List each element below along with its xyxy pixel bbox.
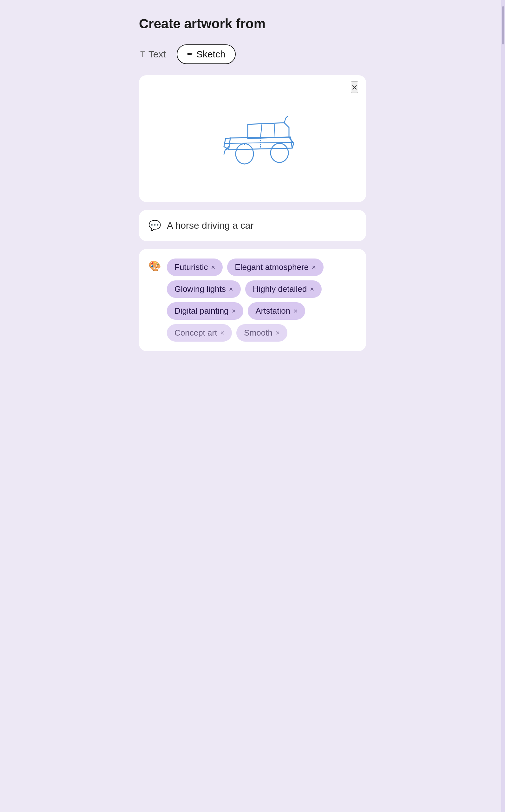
tag-artstation-close[interactable]: × — [294, 307, 298, 315]
svg-line-0 — [261, 124, 262, 138]
tag-futuristic-label: Futuristic — [174, 262, 208, 272]
styles-card: 🎨 Futuristic × Elegant atmosphere × Glow… — [139, 249, 366, 351]
description-text: A horse driving a car — [167, 220, 254, 231]
svg-point-3 — [271, 143, 288, 162]
tags-container: Futuristic × Elegant atmosphere × Glowin… — [167, 258, 357, 342]
sketch-icon: ✒ — [187, 50, 193, 59]
svg-line-4 — [225, 143, 293, 143]
tab-row: T Text ✒ Sketch — [139, 44, 366, 64]
tab-sketch[interactable]: ✒ Sketch — [177, 44, 236, 64]
palette-icon: 🎨 — [148, 260, 161, 272]
tag-elegant-atmosphere[interactable]: Elegant atmosphere × — [227, 258, 324, 276]
tag-highly-detailed[interactable]: Highly detailed × — [245, 280, 322, 298]
tag-digital-label: Digital painting — [174, 306, 229, 316]
tag-artstation-label: Artstation — [256, 306, 290, 316]
tag-highly-label: Highly detailed — [253, 284, 307, 294]
text-icon: T — [140, 49, 145, 59]
styles-header: 🎨 Futuristic × Elegant atmosphere × Glow… — [148, 258, 357, 342]
tag-smooth-label: Smooth — [244, 328, 273, 338]
close-sketch-button[interactable]: × — [351, 81, 358, 93]
tag-futuristic-close[interactable]: × — [211, 263, 215, 271]
tag-smooth-close[interactable]: × — [276, 329, 280, 337]
tag-concept-art[interactable]: Concept art × — [167, 324, 232, 342]
sketch-card: × — [139, 75, 366, 202]
tag-digital-close[interactable]: × — [232, 307, 236, 315]
tag-digital-painting[interactable]: Digital painting × — [167, 302, 243, 320]
svg-point-1 — [236, 144, 254, 164]
tag-elegant-label: Elegant atmosphere — [235, 262, 309, 272]
svg-line-5 — [274, 124, 275, 138]
car-sketch-svg — [192, 94, 313, 183]
tab-text[interactable]: T Text — [139, 46, 167, 62]
tag-glowing-lights[interactable]: Glowing lights × — [167, 280, 241, 298]
tag-elegant-close[interactable]: × — [312, 263, 316, 271]
page-title: Create artwork from — [139, 16, 366, 32]
tag-highly-close[interactable]: × — [310, 285, 314, 293]
tab-text-label: Text — [148, 49, 166, 60]
tag-smooth[interactable]: Smooth × — [236, 324, 287, 342]
tag-artstation[interactable]: Artstation × — [248, 302, 305, 320]
tab-sketch-label: Sketch — [196, 49, 225, 60]
tag-concept-label: Concept art — [174, 328, 217, 338]
tag-glowing-close[interactable]: × — [229, 285, 233, 293]
sketch-canvas[interactable] — [148, 85, 357, 193]
tag-futuristic[interactable]: Futuristic × — [167, 258, 223, 276]
tag-glowing-label: Glowing lights — [174, 284, 226, 294]
description-card: 💬 A horse driving a car — [139, 210, 366, 241]
chat-icon: 💬 — [148, 219, 161, 232]
tag-concept-close[interactable]: × — [220, 329, 224, 337]
